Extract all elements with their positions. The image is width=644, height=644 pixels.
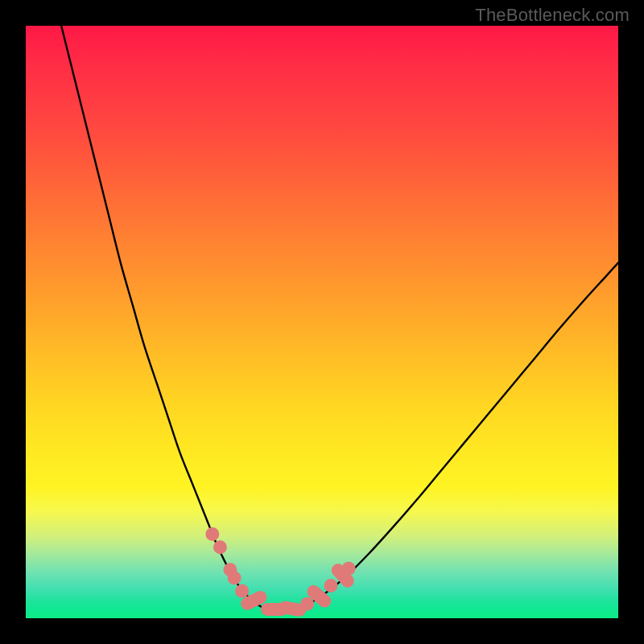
- curve-marker: [235, 584, 249, 598]
- plot-area: [26, 26, 618, 618]
- curve-marker: [342, 562, 356, 576]
- curve-marker: [324, 579, 338, 592]
- watermark-text: TheBottleneck.com: [475, 5, 630, 26]
- curve-marker: [300, 597, 314, 611]
- curve-layer: [26, 26, 618, 618]
- bottleneck-curve: [61, 26, 618, 610]
- curve-marker: [205, 527, 219, 541]
- curve-marker: [213, 540, 227, 554]
- chart-frame: TheBottleneck.com: [0, 0, 644, 644]
- curve-marker: [228, 571, 242, 584]
- marker-group: [205, 527, 357, 617]
